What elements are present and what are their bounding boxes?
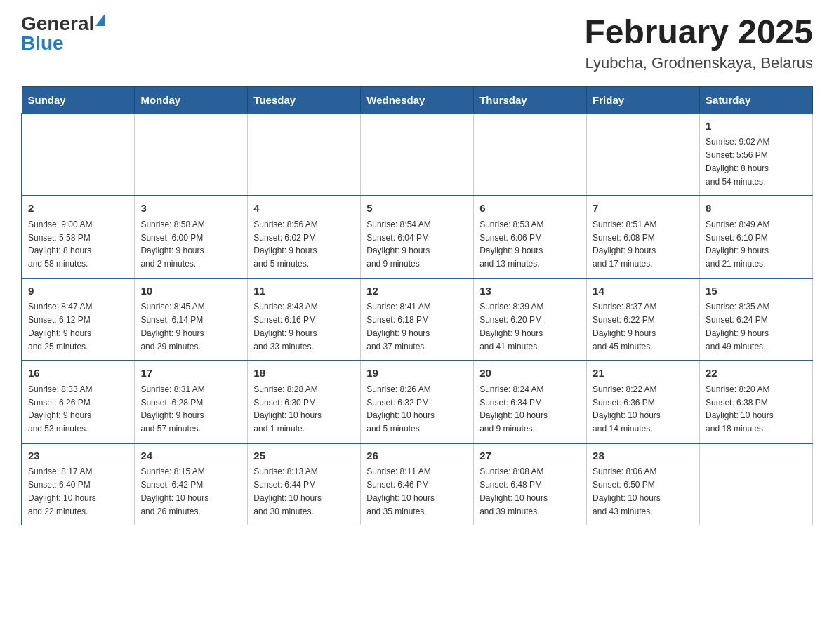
calendar-cell: 14Sunrise: 8:37 AM Sunset: 6:22 PM Dayli… [587, 279, 700, 361]
day-info: Sunrise: 8:37 AM Sunset: 6:22 PM Dayligh… [593, 302, 656, 351]
day-number: 11 [253, 283, 355, 300]
day-info: Sunrise: 8:51 AM Sunset: 6:08 PM Dayligh… [593, 220, 656, 269]
day-number: 9 [28, 283, 128, 300]
calendar-header-row: SundayMondayTuesdayWednesdayThursdayFrid… [22, 86, 813, 114]
calendar-cell: 23Sunrise: 8:17 AM Sunset: 6:40 PM Dayli… [22, 443, 135, 525]
day-number: 2 [28, 201, 128, 217]
day-number: 27 [479, 448, 581, 464]
day-number: 21 [593, 365, 694, 382]
calendar-week-2: 9Sunrise: 8:47 AM Sunset: 6:12 PM Daylig… [22, 279, 813, 361]
month-title: February 2025 [584, 14, 813, 51]
day-number: 1 [706, 119, 807, 135]
calendar-cell: 10Sunrise: 8:45 AM Sunset: 6:14 PM Dayli… [135, 279, 248, 361]
calendar-cell [474, 114, 587, 196]
day-number: 12 [366, 283, 468, 300]
day-info: Sunrise: 8:06 AM Sunset: 6:50 PM Dayligh… [593, 467, 661, 516]
day-info: Sunrise: 8:15 AM Sunset: 6:42 PM Dayligh… [140, 467, 208, 516]
calendar-cell: 8Sunrise: 8:49 AM Sunset: 6:10 PM Daylig… [700, 196, 813, 279]
logo-blue: Blue [21, 34, 64, 53]
day-info: Sunrise: 8:31 AM Sunset: 6:28 PM Dayligh… [140, 384, 204, 434]
calendar-cell: 26Sunrise: 8:11 AM Sunset: 6:46 PM Dayli… [361, 443, 474, 525]
day-info: Sunrise: 8:08 AM Sunset: 6:48 PM Dayligh… [479, 467, 548, 516]
day-number: 3 [140, 201, 241, 217]
day-number: 16 [28, 365, 128, 382]
day-info: Sunrise: 8:41 AM Sunset: 6:18 PM Dayligh… [366, 302, 430, 351]
page-header: General Blue February 2025 Lyubcha, Grod… [21, 14, 813, 72]
day-info: Sunrise: 8:22 AM Sunset: 6:36 PM Dayligh… [593, 384, 661, 434]
logo-general: General [21, 14, 94, 34]
day-info: Sunrise: 8:35 AM Sunset: 6:24 PM Dayligh… [706, 302, 769, 351]
day-info: Sunrise: 8:53 AM Sunset: 6:06 PM Dayligh… [479, 220, 543, 269]
day-number: 5 [366, 201, 468, 217]
calendar-cell: 19Sunrise: 8:26 AM Sunset: 6:32 PM Dayli… [361, 361, 474, 443]
day-number: 28 [593, 448, 694, 464]
day-info: Sunrise: 8:58 AM Sunset: 6:00 PM Dayligh… [140, 220, 204, 269]
header-thursday: Thursday [474, 86, 587, 114]
day-number: 8 [706, 201, 807, 217]
day-info: Sunrise: 8:45 AM Sunset: 6:14 PM Dayligh… [140, 302, 204, 351]
day-number: 26 [366, 448, 468, 464]
day-info: Sunrise: 8:11 AM Sunset: 6:46 PM Dayligh… [366, 467, 435, 516]
day-number: 14 [593, 283, 694, 300]
calendar-cell: 4Sunrise: 8:56 AM Sunset: 6:02 PM Daylig… [248, 196, 361, 279]
day-number: 18 [253, 365, 355, 382]
calendar-cell: 25Sunrise: 8:13 AM Sunset: 6:44 PM Dayli… [248, 443, 361, 525]
day-number: 4 [253, 201, 355, 217]
calendar-week-1: 2Sunrise: 9:00 AM Sunset: 5:58 PM Daylig… [22, 196, 813, 279]
day-number: 13 [479, 283, 581, 300]
calendar-cell [361, 114, 474, 196]
calendar-cell [700, 443, 813, 525]
header-friday: Friday [587, 86, 700, 114]
calendar-cell: 9Sunrise: 8:47 AM Sunset: 6:12 PM Daylig… [22, 279, 135, 361]
day-info: Sunrise: 9:00 AM Sunset: 5:58 PM Dayligh… [28, 220, 92, 269]
calendar-cell: 27Sunrise: 8:08 AM Sunset: 6:48 PM Dayli… [474, 443, 587, 525]
location-title: Lyubcha, Grodnenskaya, Belarus [584, 54, 813, 72]
calendar-cell: 18Sunrise: 8:28 AM Sunset: 6:30 PM Dayli… [248, 361, 361, 443]
title-block: February 2025 Lyubcha, Grodnenskaya, Bel… [584, 14, 813, 72]
calendar-cell [22, 114, 135, 196]
calendar-cell: 22Sunrise: 8:20 AM Sunset: 6:38 PM Dayli… [700, 361, 813, 443]
day-info: Sunrise: 8:13 AM Sunset: 6:44 PM Dayligh… [253, 467, 322, 516]
calendar-week-0: 1Sunrise: 9:02 AM Sunset: 5:56 PM Daylig… [22, 114, 813, 196]
day-number: 17 [140, 365, 241, 382]
header-wednesday: Wednesday [361, 86, 474, 114]
calendar-cell: 17Sunrise: 8:31 AM Sunset: 6:28 PM Dayli… [135, 361, 248, 443]
calendar-table: SundayMondayTuesdayWednesdayThursdayFrid… [21, 86, 813, 526]
day-number: 24 [140, 448, 241, 464]
calendar-week-3: 16Sunrise: 8:33 AM Sunset: 6:26 PM Dayli… [22, 361, 813, 443]
day-info: Sunrise: 8:56 AM Sunset: 6:02 PM Dayligh… [253, 220, 317, 269]
calendar-cell: 16Sunrise: 8:33 AM Sunset: 6:26 PM Dayli… [22, 361, 135, 443]
logo: General Blue [21, 14, 105, 53]
calendar-cell: 24Sunrise: 8:15 AM Sunset: 6:42 PM Dayli… [135, 443, 248, 525]
calendar-cell [587, 114, 700, 196]
calendar-week-4: 23Sunrise: 8:17 AM Sunset: 6:40 PM Dayli… [22, 443, 813, 525]
day-info: Sunrise: 8:17 AM Sunset: 6:40 PM Dayligh… [28, 467, 96, 516]
day-number: 19 [366, 365, 468, 382]
calendar-cell: 20Sunrise: 8:24 AM Sunset: 6:34 PM Dayli… [474, 361, 587, 443]
logo-arrow-icon [95, 13, 105, 26]
header-tuesday: Tuesday [248, 86, 361, 114]
day-info: Sunrise: 8:47 AM Sunset: 6:12 PM Dayligh… [28, 302, 92, 351]
calendar-cell: 3Sunrise: 8:58 AM Sunset: 6:00 PM Daylig… [135, 196, 248, 279]
day-number: 25 [253, 448, 355, 464]
calendar-cell: 13Sunrise: 8:39 AM Sunset: 6:20 PM Dayli… [474, 279, 587, 361]
day-number: 20 [479, 365, 581, 382]
header-sunday: Sunday [22, 86, 135, 114]
day-number: 10 [140, 283, 241, 300]
day-number: 22 [706, 365, 807, 382]
day-info: Sunrise: 9:02 AM Sunset: 5:56 PM Dayligh… [706, 137, 769, 186]
day-info: Sunrise: 8:20 AM Sunset: 6:38 PM Dayligh… [706, 384, 774, 434]
calendar-cell: 6Sunrise: 8:53 AM Sunset: 6:06 PM Daylig… [474, 196, 587, 279]
calendar-cell: 11Sunrise: 8:43 AM Sunset: 6:16 PM Dayli… [248, 279, 361, 361]
day-info: Sunrise: 8:39 AM Sunset: 6:20 PM Dayligh… [479, 302, 543, 351]
day-number: 23 [28, 448, 128, 464]
calendar-cell: 12Sunrise: 8:41 AM Sunset: 6:18 PM Dayli… [361, 279, 474, 361]
day-info: Sunrise: 8:24 AM Sunset: 6:34 PM Dayligh… [479, 384, 548, 434]
day-info: Sunrise: 8:33 AM Sunset: 6:26 PM Dayligh… [28, 384, 92, 434]
day-number: 15 [706, 283, 807, 300]
calendar-cell: 28Sunrise: 8:06 AM Sunset: 6:50 PM Dayli… [587, 443, 700, 525]
day-number: 7 [593, 201, 694, 217]
calendar-cell [248, 114, 361, 196]
calendar-cell: 1Sunrise: 9:02 AM Sunset: 5:56 PM Daylig… [700, 114, 813, 196]
day-info: Sunrise: 8:28 AM Sunset: 6:30 PM Dayligh… [253, 384, 322, 434]
